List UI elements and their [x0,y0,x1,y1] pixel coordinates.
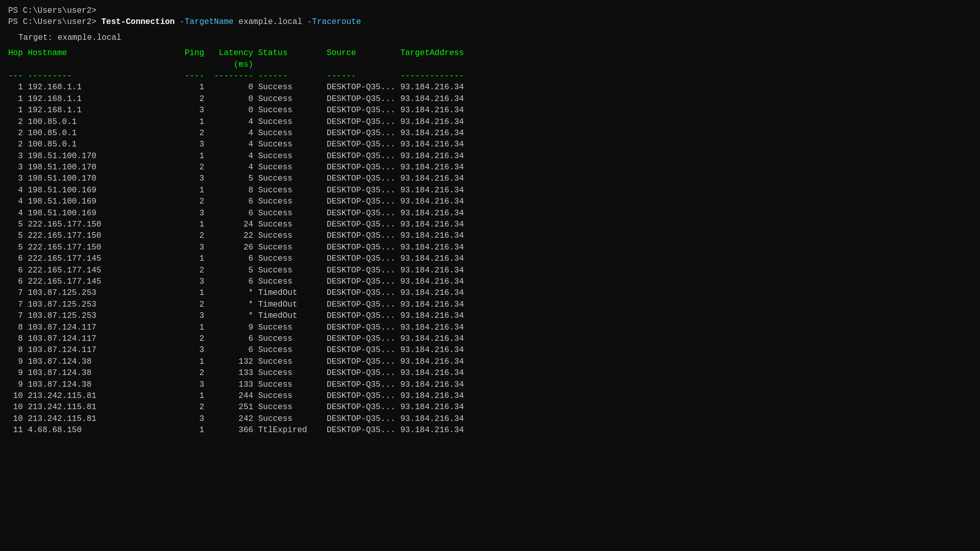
table-row: 5 222.165.177.150 1 24 Success DESKTOP-Q… [8,219,972,230]
table-row: 1 192.168.1.1 3 0 Success DESKTOP-Q35...… [8,105,972,116]
command-line: PS C:\Users\user2> Test-Connection -Targ… [8,16,972,28]
table-row: 7 103.87.125.253 2 * TimedOut DESKTOP-Q3… [8,299,972,310]
table-header: Hop Hostname Ping Latency Status Source … [8,47,972,59]
prompt-line-1: PS C:\Users\user2> [8,5,972,16]
table-row: 10 213.242.115.81 2 251 Success DESKTOP-… [8,402,972,413]
cmd-param2: -Traceroute [307,17,361,27]
table-row: 9 103.87.124.38 1 132 Success DESKTOP-Q3… [8,356,972,367]
table-row: 1 192.168.1.1 2 0 Success DESKTOP-Q35...… [8,93,972,105]
table-row: 9 103.87.124.38 2 133 Success DESKTOP-Q3… [8,367,972,379]
table-row: 7 103.87.125.253 1 * TimedOut DESKTOP-Q3… [8,287,972,298]
table-row: 6 222.165.177.145 3 6 Success DESKTOP-Q3… [8,276,972,287]
traceroute-table: Hop Hostname Ping Latency Status Source … [8,47,972,436]
table-row: 4 198.51.100.169 1 8 Success DESKTOP-Q35… [8,185,972,196]
table-row: 6 222.165.177.145 1 6 Success DESKTOP-Q3… [8,253,972,264]
table-row: 4 198.51.100.169 3 6 Success DESKTOP-Q35… [8,208,972,219]
table-row: 9 103.87.124.38 3 133 Success DESKTOP-Q3… [8,379,972,390]
cmd-value1: example.local [238,17,302,27]
table-row: 10 213.242.115.81 3 242 Success DESKTOP-… [8,413,972,424]
table-row: 1 192.168.1.1 1 0 Success DESKTOP-Q35...… [8,82,972,93]
terminal-window: PS C:\Users\user2> PS C:\Users\user2> Te… [8,5,972,436]
table-header-latency: (ms) [8,59,972,70]
table-row: 10 213.242.115.81 1 244 Success DESKTOP-… [8,390,972,402]
target-line: Target: example.local [8,32,972,43]
table-row: 8 103.87.124.117 3 6 Success DESKTOP-Q35… [8,344,972,356]
table-row: 4 198.51.100.169 2 6 Success DESKTOP-Q35… [8,196,972,207]
table-row: 3 198.51.100.170 3 5 Success DESKTOP-Q35… [8,173,972,184]
table-row: 7 103.87.125.253 3 * TimedOut DESKTOP-Q3… [8,310,972,321]
table-row: 3 198.51.100.170 1 4 Success DESKTOP-Q35… [8,151,972,162]
table-row: 2 100.85.0.1 1 4 Success DESKTOP-Q35... … [8,116,972,128]
table-row: 5 222.165.177.150 2 22 Success DESKTOP-Q… [8,230,972,241]
table-row: 2 100.85.0.1 2 4 Success DESKTOP-Q35... … [8,128,972,139]
table-row: 2 100.85.0.1 3 4 Success DESKTOP-Q35... … [8,139,972,150]
table-row: 5 222.165.177.150 3 26 Success DESKTOP-Q… [8,242,972,253]
table-row: 6 222.165.177.145 2 5 Success DESKTOP-Q3… [8,265,972,276]
cmd-param1: -TargetName [180,17,234,27]
table-row: 11 4.68.68.150 1 366 TtlExpired DESKTOP-… [8,424,972,436]
table-row: 8 103.87.124.117 2 6 Success DESKTOP-Q35… [8,333,972,344]
table-row: 3 198.51.100.170 2 4 Success DESKTOP-Q35… [8,162,972,173]
cmd-keyword: Test-Connection [101,17,175,27]
table-separator: --- --------- ---- -------- ------ -----… [8,70,972,82]
table-row: 8 103.87.124.117 1 9 Success DESKTOP-Q35… [8,322,972,333]
